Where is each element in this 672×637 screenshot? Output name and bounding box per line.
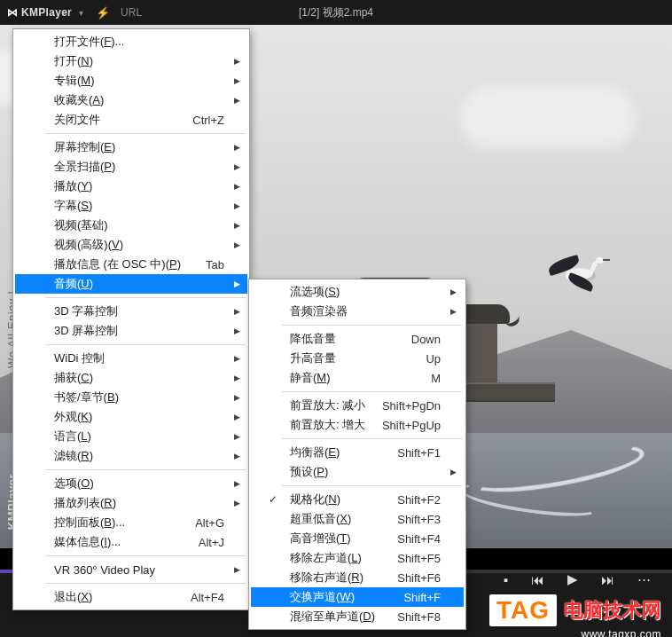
menu-item-shortcut: Alt+J — [188, 536, 224, 549]
menu-item-shortcut: Shift+F8 — [387, 610, 441, 624]
submenu-item[interactable]: 移除左声道(L)Shift+F5 — [251, 548, 464, 568]
submenu-item[interactable]: 前置放大: 减小Shift+PgDn — [251, 396, 464, 415]
context-menu-item[interactable]: 书签/章节(B) — [15, 388, 247, 407]
bolt-icon[interactable]: ⚡ — [96, 6, 110, 20]
menu-separator — [45, 469, 246, 470]
submenu-item[interactable]: 降低音量Down — [251, 329, 464, 349]
menu-item-label: 滤镜(R) — [54, 448, 93, 464]
menu-separator — [281, 438, 462, 439]
context-menu-item[interactable]: 视频(基础) — [15, 216, 247, 235]
submenu-item[interactable]: 预设(P) — [251, 462, 464, 482]
context-menu-item[interactable]: 3D 字幕控制 — [15, 302, 247, 321]
menu-item-label: 规格化(N) — [290, 492, 340, 507]
menu-item-shortcut: Shift+PgDn — [371, 399, 441, 413]
submenu-item[interactable]: 移除右声道(R)Shift+F6 — [251, 568, 464, 587]
context-menu-item[interactable]: 关闭文件Ctrl+Z — [15, 110, 247, 130]
context-menu-item[interactable]: 播放(Y) — [15, 177, 247, 196]
submenu-item[interactable]: 前置放大: 增大Shift+PgUp — [251, 415, 464, 435]
menu-item-label: 移除右声道(R) — [290, 570, 363, 586]
submenu-item[interactable]: 静音(M)M — [251, 368, 464, 388]
menu-item-label: 收藏夹(A) — [54, 92, 104, 108]
menu-item-label: 移除左声道(L) — [290, 550, 362, 566]
context-menu-item[interactable]: 专辑(M) — [15, 71, 247, 90]
menu-item-shortcut: Alt+G — [184, 516, 224, 530]
menu-item-label: 语言(L) — [54, 429, 91, 444]
menu-item-label: 3D 屏幕控制 — [54, 323, 118, 339]
context-menu-item[interactable]: 3D 屏幕控制 — [15, 321, 247, 341]
submenu-item[interactable]: 混缩至单声道(D)Shift+F8 — [251, 607, 464, 626]
menu-item-label: 3D 字幕控制 — [54, 303, 118, 319]
stop-button[interactable]: ▪ — [504, 572, 508, 587]
more-button[interactable]: ⋯ — [637, 571, 651, 587]
menu-item-label: 音频(U) — [54, 276, 93, 292]
menu-item-label: 选项(O) — [54, 476, 94, 492]
menu-separator — [45, 555, 246, 556]
context-menu-item[interactable]: 打开(N) — [15, 51, 247, 71]
menu-item-label: 混缩至单声道(D) — [290, 609, 375, 625]
submenu-item[interactable]: 高音增强(T)Shift+F4 — [251, 529, 464, 548]
chevron-down-icon[interactable]: ▾ — [79, 8, 83, 18]
menu-item-shortcut: Shift+PgUp — [371, 419, 441, 432]
menu-separator — [281, 391, 462, 392]
context-menu-item[interactable]: 播放列表(R) — [15, 493, 247, 513]
menu-item-shortcut: Shift+F — [393, 591, 441, 604]
menu-item-label: 打开文件(F)... — [54, 34, 124, 50]
submenu-item[interactable]: 交换声道(W)Shift+F — [251, 587, 464, 607]
context-menu-item[interactable]: 字幕(S) — [15, 196, 247, 216]
transport-controls: ▪ ⏮ ▶ ⏭ ⋯ — [504, 571, 651, 587]
menu-item-shortcut: Shift+F5 — [387, 552, 441, 565]
check-icon: ✓ — [269, 493, 277, 506]
submenu-item[interactable]: 流选项(S) — [251, 282, 464, 302]
app-logo[interactable]: ⋈ KMPlayer ▾ — [7, 6, 83, 19]
submenu-item[interactable]: 均衡器(E)Shift+F1 — [251, 443, 464, 462]
menu-item-label: 视频(基础) — [54, 217, 108, 233]
submenu-item[interactable]: 升高音量Up — [251, 349, 464, 368]
context-menu-item[interactable]: 控制面板(B)...Alt+G — [15, 513, 247, 532]
menu-item-label: 关闭文件 — [54, 112, 100, 128]
context-menu-item[interactable]: 打开文件(F)... — [15, 32, 247, 51]
menu-item-label: 超重低音(X) — [290, 511, 351, 527]
play-button[interactable]: ▶ — [567, 571, 578, 587]
menu-item-label: 前置放大: 增大 — [290, 417, 365, 433]
context-menu-item[interactable]: 捕获(C) — [15, 368, 247, 388]
context-menu-item[interactable]: 全景扫描(P) — [15, 157, 247, 177]
submenu-item[interactable]: 超重低音(X)Shift+F3 — [251, 509, 464, 529]
context-menu-item[interactable]: WiDi 控制 — [15, 349, 247, 368]
menu-item-label: 捕获(C) — [54, 370, 93, 386]
menu-separator — [45, 344, 246, 345]
context-menu-item[interactable]: 滤镜(R) — [15, 446, 247, 466]
context-menu-item[interactable]: 收藏夹(A) — [15, 90, 247, 110]
menu-item-shortcut: Shift+F2 — [387, 493, 441, 507]
context-menu-item[interactable]: 选项(O) — [15, 474, 247, 493]
logo-icon: ⋈ — [7, 6, 18, 19]
watermark-url: www.tagxp.com — [581, 628, 661, 637]
menu-item-label: VR 360° Video Play — [54, 563, 155, 577]
menu-separator — [45, 583, 246, 584]
menu-separator — [45, 133, 246, 134]
context-menu-item[interactable]: 屏幕控制(E) — [15, 138, 247, 157]
menu-item-shortcut: Tab — [195, 258, 224, 271]
context-menu-item[interactable]: 退出(X)Alt+F4 — [15, 587, 247, 607]
context-menu-item[interactable]: 视频(高级)(V) — [15, 235, 247, 255]
window-title: [1/2] 视频2.mp4 — [299, 5, 373, 20]
context-menu-item[interactable]: VR 360° Video Play — [15, 560, 247, 579]
menu-item-shortcut: Down — [401, 333, 441, 346]
menu-item-label: 播放列表(R) — [54, 495, 116, 511]
context-menu-item[interactable]: 外观(K) — [15, 407, 247, 427]
context-menu-item[interactable]: 音频(U) — [15, 274, 247, 294]
menu-item-label: 升高音量 — [290, 350, 336, 366]
menu-item-label: WiDi 控制 — [54, 350, 105, 366]
url-label[interactable]: URL — [121, 6, 142, 19]
menu-item-label: 预设(P) — [290, 464, 328, 480]
next-button[interactable]: ⏭ — [601, 572, 614, 587]
context-menu-item[interactable]: 媒体信息(I)...Alt+J — [15, 532, 247, 552]
context-menu: 打开文件(F)...打开(N)专辑(M)收藏夹(A)关闭文件Ctrl+Z屏幕控制… — [12, 28, 250, 610]
submenu-item[interactable]: 音频渲染器 — [251, 302, 464, 321]
menu-item-shortcut: Shift+F3 — [387, 513, 441, 526]
menu-item-label: 媒体信息(I)... — [54, 534, 121, 550]
context-menu-item[interactable]: 播放信息 (在 OSC 中)(P)Tab — [15, 255, 247, 274]
context-menu-item[interactable]: 语言(L) — [15, 427, 247, 446]
prev-button[interactable]: ⏮ — [531, 572, 544, 587]
watermark-tag: TAG — [489, 594, 557, 626]
submenu-item[interactable]: ✓规格化(N)Shift+F2 — [251, 490, 464, 509]
